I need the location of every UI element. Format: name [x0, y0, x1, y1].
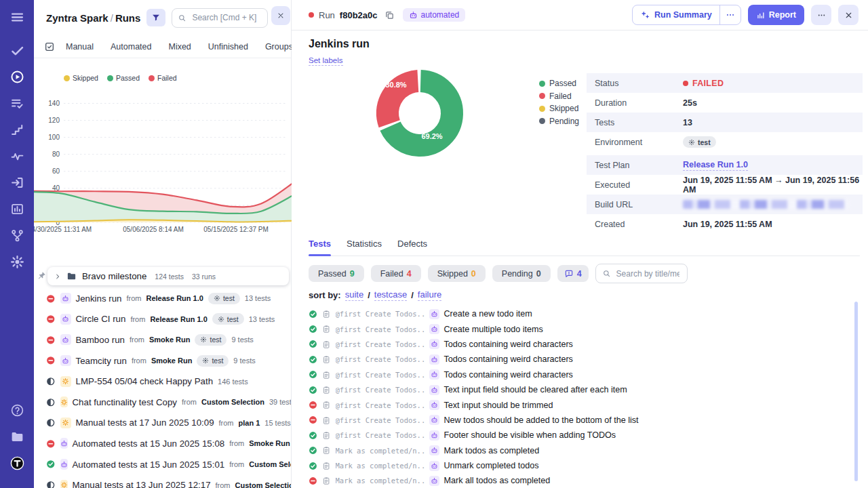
run-row-chat-functinality-test-copy[interactable]: Chat functinality test CopyfromCustom Se…: [34, 392, 291, 413]
bar-chart-icon: [756, 11, 765, 20]
set-labels-link[interactable]: Set labels: [309, 56, 343, 66]
run-source[interactable]: Custom Selection: [201, 398, 264, 406]
test-row[interactable]: @first Create Todos...Todos containing w…: [309, 337, 860, 352]
tab-groups[interactable]: Groups: [265, 42, 293, 52]
run-source[interactable]: Custom Selection: [249, 460, 291, 468]
tab-statistics[interactable]: Statistics: [347, 239, 382, 249]
chevron-right-icon[interactable]: [54, 273, 61, 280]
runs-search[interactable]: [172, 8, 268, 28]
tab-automated[interactable]: Automated: [111, 42, 151, 52]
run-row-automated-tests-at-15-jun-2025-15-08[interactable]: Automated tests at 15 Jun 2025 15:08from…: [34, 433, 291, 454]
test-title[interactable]: Text input should be trimmed: [444, 401, 553, 410]
test-row[interactable]: @first Create Todos...Create multiple to…: [309, 321, 860, 336]
test-plans-nav[interactable]: [9, 95, 25, 111]
test-title[interactable]: Mark all todos as completed: [444, 476, 551, 485]
project-name[interactable]: Zyntra Spark: [46, 12, 108, 24]
more-actions-button[interactable]: [811, 5, 831, 25]
legend-label: Failed: [549, 92, 572, 101]
testomat-logo[interactable]: [9, 455, 25, 471]
close-run-button[interactable]: [838, 5, 859, 25]
analytics-nav[interactable]: [9, 148, 25, 164]
test-row[interactable]: Mark as completed/n...Mark todos as comp…: [309, 443, 860, 458]
run-row-jenkins-run[interactable]: Jenkins runfromRelease Run 1.0test13 tes…: [34, 288, 291, 309]
tests-nav[interactable]: [9, 42, 25, 58]
test-title[interactable]: Text input field should be cleared after…: [444, 385, 627, 394]
test-title[interactable]: Create a new todo item: [444, 309, 532, 319]
run-row-teamcity-run[interactable]: Teamcity runfromSmoke Runtest9 tests: [34, 350, 291, 371]
run-row-manual-tests-at-13-jun-2025-12-17[interactable]: Manual tests at 13 Jun 2025 12:17fromCus…: [34, 474, 291, 488]
report-button[interactable]: Report: [748, 5, 804, 25]
branches-nav[interactable]: [9, 227, 25, 243]
test-title[interactable]: Todos containing weird characters: [444, 354, 573, 364]
run-source[interactable]: Smoke Run: [249, 439, 290, 447]
tab-defects[interactable]: Defects: [397, 239, 427, 249]
test-row[interactable]: Mark as completed/n...Unmark completed t…: [309, 458, 860, 473]
close-panel-button[interactable]: [271, 6, 290, 25]
test-row[interactable]: @first Create Todos...Todos containing w…: [309, 367, 860, 382]
automated-icon: [429, 445, 439, 455]
sort-by-failure[interactable]: failure: [418, 289, 441, 301]
suite-icon: [322, 386, 331, 394]
tests-scrollbar[interactable]: [854, 302, 858, 481]
sort-by-testcase[interactable]: testcase: [374, 289, 407, 301]
tab-tests[interactable]: Tests: [309, 239, 331, 249]
test-title[interactable]: Todos containing weird characters: [444, 370, 573, 380]
test-plan-link[interactable]: Release Run 1.0: [683, 160, 748, 171]
tests-search-input[interactable]: [615, 268, 681, 279]
run-source[interactable]: Release Run 1.0: [146, 294, 203, 302]
test-row[interactable]: @first Create Todos...Footer should be v…: [309, 428, 860, 443]
run-source[interactable]: plan 1: [239, 419, 260, 427]
filter-button[interactable]: [146, 9, 165, 26]
run-name: Automated tests at 15 Jun 2025 15:08: [73, 439, 225, 449]
tab-manual[interactable]: Manual: [66, 42, 94, 52]
run-summary-button[interactable]: Run Summary: [633, 5, 719, 24]
settings-nav[interactable]: [9, 253, 25, 270]
runs-nav[interactable]: [9, 68, 25, 85]
filter-skipped[interactable]: Skipped0: [428, 265, 486, 282]
import-nav[interactable]: [9, 174, 25, 190]
copy-run-id-button[interactable]: [384, 10, 395, 20]
test-title[interactable]: Unmark completed todos: [444, 461, 539, 470]
test-row[interactable]: @first Create Todos...Text input field s…: [309, 382, 860, 397]
runs-search-input[interactable]: [191, 12, 262, 23]
help-button[interactable]: [9, 402, 25, 418]
run-source[interactable]: Custom Selection: [235, 481, 291, 488]
tab-mixed[interactable]: Mixed: [168, 42, 191, 52]
menu-button[interactable]: [9, 9, 25, 25]
run-row-manual-tests-at-17-jun-2025-10-09[interactable]: Manual tests at 17 Jun 2025 10:09frompla…: [34, 413, 291, 434]
run-row-bamboo-run[interactable]: Bamboo runfromSmoke Runtest9 tests: [34, 329, 291, 350]
test-row[interactable]: @first Create Todos...Text input should …: [309, 397, 860, 412]
test-row[interactable]: @first Create Todos...Create a new todo …: [309, 306, 860, 321]
reports-nav[interactable]: [9, 201, 25, 217]
select-all-icon[interactable]: [44, 41, 55, 52]
milestone-folder-row[interactable]: Bravo milestone 124 tests 33 runs: [47, 267, 289, 285]
test-title[interactable]: Footer should be visible when adding TOD…: [444, 430, 616, 440]
tab-unfinished[interactable]: Unfinished: [208, 42, 248, 52]
test-row[interactable]: @first Create Todos...New todos should b…: [309, 413, 860, 428]
run-row-circle-ci-run[interactable]: Circle CI runfromRelease Run 1.0test13 t…: [34, 309, 291, 330]
milestones-nav[interactable]: [9, 121, 25, 138]
test-row[interactable]: Mark as completed/n...Mark all todos as …: [309, 473, 860, 488]
env-badge: test: [208, 293, 240, 304]
test-row[interactable]: @first Create Todos...Todos containing w…: [309, 352, 860, 367]
filter-failed[interactable]: Failed4: [371, 265, 421, 282]
test-title[interactable]: Mark todos as completed: [444, 446, 540, 455]
filter-passed[interactable]: Passed9: [309, 265, 364, 282]
test-title[interactable]: Todos containing weird characters: [444, 340, 573, 349]
runs-trend-chart: SkippedPassedFailed 02040608010012014004…: [34, 70, 292, 240]
sort-by-suite[interactable]: suite: [345, 289, 363, 301]
run-summary-more-button[interactable]: [719, 5, 741, 24]
test-title[interactable]: Create multiple todo items: [444, 325, 543, 334]
projects-button[interactable]: [9, 428, 25, 445]
tests-search[interactable]: [595, 264, 688, 283]
from-label: from: [132, 357, 146, 365]
run-row-lmp-554-05-04-check-happy-path[interactable]: LMP-554 05/04 check Happy Path146 tests: [34, 371, 291, 392]
run-source[interactable]: Release Run 1.0: [150, 315, 207, 323]
run-source[interactable]: Smoke Run: [149, 336, 191, 344]
filter-pending[interactable]: Pending0: [492, 265, 551, 282]
run-source[interactable]: Smoke Run: [151, 357, 193, 365]
comments-filter[interactable]: 4: [557, 265, 589, 282]
run-row-automated-tests-at-15-jun-2025-15-01[interactable]: Automated tests at 15 Jun 2025 15:01from…: [34, 454, 291, 475]
run-name: Circle CI run: [76, 314, 126, 324]
test-title[interactable]: New todos should be added to the bottom …: [444, 415, 639, 425]
